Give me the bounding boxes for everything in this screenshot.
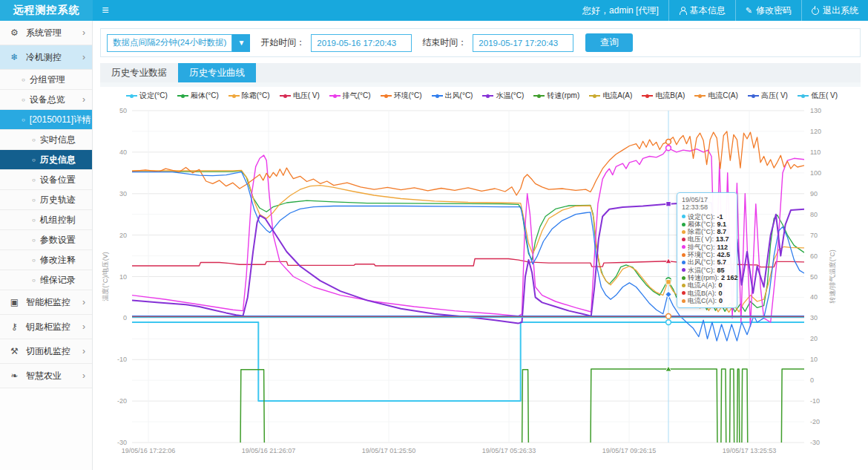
- bullet-icon: ○: [22, 76, 25, 83]
- tab-history-curve[interactable]: 历史专业曲线: [178, 63, 256, 82]
- sidebar-item-1[interactable]: ❄冷机测控›: [0, 45, 92, 70]
- tooltip-row: 电压( V):13.7: [682, 235, 732, 243]
- series-color-dot: [682, 268, 685, 272]
- sidebar-item-label: 设备位置: [40, 174, 76, 186]
- sidebar-item-9[interactable]: ○机组控制: [0, 210, 92, 230]
- sidebar-item-2[interactable]: ○分组管理: [0, 70, 92, 90]
- legend-label: 电流A(A): [602, 91, 632, 101]
- series-color-dot: [682, 284, 685, 287]
- svg-text:100: 100: [810, 169, 821, 177]
- topbar: 远程测控系统 ≡ 您好，admin [代理] 基本信息 ✎ 修改密码 退出系统: [0, 0, 868, 21]
- legend-item-9[interactable]: 电流A(A): [589, 91, 632, 101]
- legend-label: 高压( V): [761, 91, 788, 101]
- chevron-down-icon[interactable]: ▼: [232, 34, 250, 52]
- hamburger-icon[interactable]: ≡: [93, 0, 118, 21]
- sidebar-item-15[interactable]: ⚒切面机监控›: [0, 339, 92, 364]
- legend-marker-icon: [228, 93, 240, 99]
- svg-text:-20: -20: [117, 397, 127, 405]
- svg-text:-30: -30: [117, 439, 127, 446]
- sidebar-item-6[interactable]: ○历史信息: [0, 150, 92, 170]
- legend-item-12[interactable]: 高压( V): [748, 91, 788, 101]
- svg-text:0: 0: [810, 376, 814, 384]
- svg-text:40: 40: [119, 148, 127, 156]
- interval-select-value: 数据点间隔2分钟(24小时数据): [107, 34, 232, 52]
- basic-info-label: 基本信息: [690, 4, 726, 17]
- sidebar-item-label: 参数设置: [40, 234, 76, 247]
- sidebar-item-12[interactable]: ○维保记录: [0, 270, 92, 290]
- tooltip-label: 转速(rpm):: [688, 274, 719, 281]
- tooltip-row: 电流C(A):0: [682, 297, 732, 304]
- sidebar-item-13[interactable]: ▣智能柜监控›: [0, 290, 92, 315]
- basic-info-link[interactable]: 基本信息: [668, 0, 735, 21]
- change-password-link[interactable]: ✎ 修改密码: [735, 0, 801, 21]
- sidebar-item-16[interactable]: ❧智慧农业›: [0, 364, 92, 388]
- sidebar-item-label: 设备总览: [30, 94, 65, 106]
- legend-item-0[interactable]: 设定(°C): [126, 91, 168, 101]
- power-icon: [812, 7, 819, 14]
- logout-link[interactable]: 退出系统: [801, 0, 868, 21]
- legend-item-6[interactable]: 出风(°C): [432, 91, 473, 101]
- sidebar: ⚙系统管理›❄冷机测控›○分组管理○设备总览›○[20150011]详情›○实时…: [0, 21, 93, 470]
- bullet-icon: ○: [32, 197, 36, 203]
- legend-item-7[interactable]: 水温(°C): [482, 91, 524, 101]
- tooltip-value: 2 162: [721, 274, 738, 281]
- chevron-right-icon: ›: [82, 52, 85, 62]
- chart-legend: 设定(°C)厢体(°C)除霜(°C)电压( V)排气(°C)环境(°C)出风(°…: [96, 88, 868, 103]
- legend-item-1[interactable]: 厢体(°C): [177, 91, 219, 101]
- chevron-right-icon: ›: [82, 297, 85, 307]
- tab-history-data[interactable]: 历史专业数据: [100, 63, 178, 82]
- sidebar-item-10[interactable]: ○参数设置: [0, 230, 92, 250]
- tooltip-row: 设定(°C):-1: [682, 213, 732, 221]
- legend-marker-icon: [694, 93, 706, 99]
- bullet-icon: ○: [32, 137, 36, 143]
- svg-text:120: 120: [810, 128, 821, 135]
- sidebar-item-0[interactable]: ⚙系统管理›: [0, 21, 92, 45]
- tooltip-value: 42.5: [717, 251, 731, 258]
- legend-item-5[interactable]: 环境(°C): [381, 91, 422, 101]
- legend-item-4[interactable]: 排气(°C): [329, 91, 371, 101]
- end-time-label: 结束时间：: [422, 36, 467, 49]
- tooltip-label: 电流B(A):: [688, 290, 717, 297]
- legend-item-10[interactable]: 电流B(A): [642, 91, 685, 101]
- svg-text:10: 10: [119, 273, 127, 281]
- legend-marker-icon: [329, 93, 341, 99]
- svg-text:19/05/17 05:26:33: 19/05/17 05:26:33: [482, 447, 536, 454]
- svg-text:20: 20: [810, 335, 818, 342]
- tooltip-value: 85: [717, 267, 725, 274]
- query-button[interactable]: 查询: [585, 33, 633, 52]
- sidebar-item-3[interactable]: ○设备总览›: [0, 90, 92, 110]
- legend-item-8[interactable]: 转速(rpm): [533, 91, 579, 101]
- sidebar-item-8[interactable]: ○历史轨迹: [0, 190, 92, 210]
- chevron-right-icon: ›: [82, 371, 85, 381]
- tooltip-value: 0: [719, 290, 723, 297]
- tooltip-label: 电流C(A):: [688, 297, 717, 304]
- legend-label: 环境(°C): [394, 91, 422, 101]
- legend-item-13[interactable]: 低压( V): [798, 91, 838, 101]
- legend-item-11[interactable]: 电流C(A): [694, 91, 738, 101]
- legend-marker-icon: [589, 93, 600, 99]
- legend-label: 电流C(A): [708, 91, 738, 101]
- topbar-spacer: [118, 0, 573, 21]
- tab-bar: 历史专业数据 历史专业曲线: [100, 63, 861, 82]
- tooltip-label: 厢体(°C):: [688, 221, 715, 228]
- chart-canvas[interactable]: 50403020100-10-20-3013012011010090807060…: [96, 103, 864, 458]
- legend-label: 低压( V): [811, 91, 838, 101]
- sidebar-item-label: 系统管理: [26, 27, 62, 39]
- end-time-input[interactable]: [473, 34, 573, 52]
- sidebar-item-14[interactable]: ⚷钥匙柜监控›: [0, 315, 92, 339]
- bullet-icon: ○: [32, 217, 36, 223]
- svg-text:19/05/16 21:26:07: 19/05/16 21:26:07: [242, 447, 296, 454]
- sidebar-item-11[interactable]: ○修改注释: [0, 250, 92, 270]
- legend-item-2[interactable]: 除霜(°C): [228, 91, 270, 101]
- tooltip-label: 出风(°C):: [688, 258, 715, 266]
- sidebar-item-label: 历史信息: [40, 154, 76, 166]
- interval-select[interactable]: 数据点间隔2分钟(24小时数据) ▼: [107, 34, 250, 52]
- sidebar-item-4[interactable]: ○[20150011]详情›: [0, 110, 92, 130]
- tooltip-value: 0: [719, 281, 723, 289]
- svg-text:转速/排气温度(°C): 转速/排气温度(°C): [829, 249, 836, 304]
- sidebar-item-5[interactable]: ○实时信息: [0, 130, 92, 150]
- sidebar-item-7[interactable]: ○设备位置: [0, 170, 92, 190]
- start-time-input[interactable]: [311, 34, 412, 52]
- svg-text:-10: -10: [810, 397, 820, 405]
- legend-item-3[interactable]: 电压( V): [280, 91, 320, 101]
